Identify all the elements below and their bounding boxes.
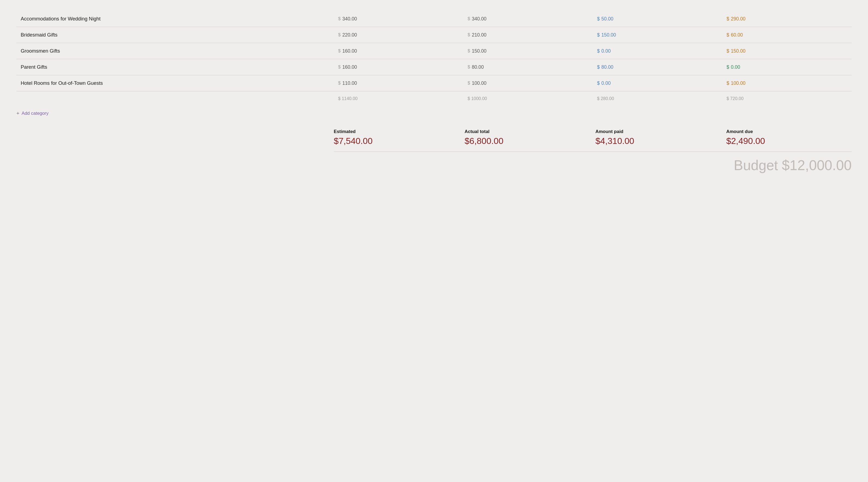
budget-total-section: Budget $12,000.00 — [17, 157, 851, 173]
summary-paid: Amount paid $4,310.00 — [595, 129, 721, 146]
due-value: $2,490.00 — [726, 136, 851, 146]
row-due: $ 100.00 — [722, 75, 851, 91]
estimated-label: Estimated — [334, 129, 459, 134]
row-paid: $ 150.00 — [593, 27, 722, 43]
row-actual: $ 100.00 — [463, 75, 593, 91]
estimated-amount: 160.00 — [342, 48, 357, 54]
due-amount: 60.00 — [731, 32, 743, 38]
total-paid: $ 280.00 — [593, 91, 722, 106]
estimated-amount: 340.00 — [342, 16, 357, 22]
actual-value: $6,800.00 — [465, 136, 590, 146]
row-paid: $ 0.00 — [593, 43, 722, 59]
row-estimated: $ 220.00 — [334, 27, 463, 43]
table-row: Hotel Rooms for Out-of-Town Guests $ 110… — [17, 75, 851, 91]
estimated-amount: 110.00 — [342, 80, 357, 86]
summary-section: Estimated $7,540.00 Actual total $6,800.… — [17, 129, 851, 146]
row-actual: $ 80.00 — [463, 59, 593, 75]
due-dollar-icon: $ — [726, 64, 729, 70]
row-actual: $ 150.00 — [463, 43, 593, 59]
due-dollar-icon: $ — [726, 16, 729, 22]
row-actual: $ 340.00 — [463, 11, 593, 27]
estimated-amount: 220.00 — [342, 32, 357, 38]
row-estimated: $ 160.00 — [334, 59, 463, 75]
budget-total-label: Budget $12,000.00 — [734, 158, 851, 173]
table-row: Accommodations for Wedding Night $ 340.0… — [17, 11, 851, 27]
paid-dollar-icon: $ — [597, 16, 600, 22]
budget-table: Accommodations for Wedding Night $ 340.0… — [17, 11, 851, 106]
summary-divider — [334, 151, 851, 152]
paid-amount: 150.00 — [601, 32, 616, 38]
due-amount: 290.00 — [731, 16, 746, 22]
dollar-icon: $ — [467, 48, 470, 54]
paid-dollar-icon: $ — [597, 80, 600, 86]
paid-amount: 0.00 — [601, 80, 611, 86]
estimated-value: $7,540.00 — [334, 136, 459, 146]
row-estimated: $ 110.00 — [334, 75, 463, 91]
row-due: $ 150.00 — [722, 43, 851, 59]
row-paid: $ 0.00 — [593, 75, 722, 91]
due-dollar-icon: $ — [726, 48, 729, 54]
paid-value: $4,310.00 — [595, 136, 721, 146]
row-name: Groomsmen Gifts — [17, 43, 334, 59]
dollar-icon: $ — [338, 32, 341, 38]
summary-grid: Estimated $7,540.00 Actual total $6,800.… — [334, 129, 851, 146]
row-due: $ 290.00 — [722, 11, 851, 27]
row-due: $ 60.00 — [722, 27, 851, 43]
add-category-label: Add category — [22, 111, 49, 116]
total-actual: $ 1000.00 — [463, 91, 593, 106]
row-name: Accommodations for Wedding Night — [17, 11, 334, 27]
table-row: Bridesmaid Gifts $ 220.00 $ 210.00 $ 150… — [17, 27, 851, 43]
due-amount: 0.00 — [731, 64, 740, 70]
actual-amount: 80.00 — [472, 64, 484, 70]
due-amount: 150.00 — [731, 48, 746, 54]
dollar-icon: $ — [338, 80, 341, 86]
row-estimated: $ 160.00 — [334, 43, 463, 59]
row-name: Parent Gifts — [17, 59, 334, 75]
dollar-icon: $ — [467, 64, 470, 70]
plus-icon: + — [17, 110, 19, 116]
dollar-icon: $ — [467, 16, 470, 22]
dollar-icon: $ — [467, 32, 470, 38]
row-actual: $ 210.00 — [463, 27, 593, 43]
row-paid: $ 50.00 — [593, 11, 722, 27]
dollar-icon: $ — [338, 16, 341, 22]
totals-row: $ 1140.00 $ 1000.00 $ 280.00 $ 720.00 — [17, 91, 851, 106]
actual-amount: 150.00 — [472, 48, 487, 54]
paid-dollar-icon: $ — [597, 32, 600, 38]
paid-amount: 0.00 — [601, 48, 611, 54]
paid-amount: 50.00 — [601, 16, 613, 22]
due-amount: 100.00 — [731, 80, 746, 86]
add-category-button[interactable]: + Add category — [17, 110, 49, 116]
table-row: Groomsmen Gifts $ 160.00 $ 150.00 $ 0.00 — [17, 43, 851, 59]
row-estimated: $ 340.00 — [334, 11, 463, 27]
summary-actual: Actual total $6,800.00 — [465, 129, 590, 146]
estimated-amount: 160.00 — [342, 64, 357, 70]
paid-label: Amount paid — [595, 129, 721, 134]
paid-dollar-icon: $ — [597, 48, 600, 54]
summary-estimated: Estimated $7,540.00 — [334, 129, 459, 146]
totals-empty — [17, 91, 334, 106]
summary-due: Amount due $2,490.00 — [726, 129, 851, 146]
due-dollar-icon: $ — [726, 32, 729, 38]
actual-amount: 340.00 — [472, 16, 487, 22]
dollar-icon: $ — [467, 80, 470, 86]
paid-amount: 80.00 — [601, 64, 613, 70]
table-row: Parent Gifts $ 160.00 $ 80.00 $ 80.00 — [17, 59, 851, 75]
row-name: Hotel Rooms for Out-of-Town Guests — [17, 75, 334, 91]
actual-amount: 210.00 — [472, 32, 487, 38]
row-due: $ 0.00 — [722, 59, 851, 75]
dollar-icon: $ — [338, 48, 341, 54]
due-label: Amount due — [726, 129, 851, 134]
due-dollar-icon: $ — [726, 80, 729, 86]
actual-label: Actual total — [465, 129, 590, 134]
paid-dollar-icon: $ — [597, 64, 600, 70]
total-due: $ 720.00 — [722, 91, 851, 106]
row-name: Bridesmaid Gifts — [17, 27, 334, 43]
total-estimated: $ 1140.00 — [334, 91, 463, 106]
actual-amount: 100.00 — [472, 80, 487, 86]
dollar-icon: $ — [338, 64, 341, 70]
row-paid: $ 80.00 — [593, 59, 722, 75]
